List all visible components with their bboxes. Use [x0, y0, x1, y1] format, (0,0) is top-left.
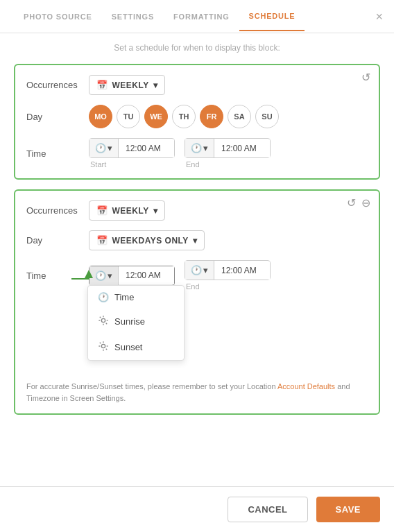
block1-occurrences-label: Occurrences: [26, 80, 89, 90]
block2-frequency-dropdown[interactable]: 📅 WEEKLY ▾: [89, 200, 165, 221]
sunrise-icon: [98, 315, 109, 328]
modal-body: Set a schedule for when to display this …: [0, 33, 394, 486]
dropdown-arrow-day: ▾: [193, 236, 198, 246]
day-mo[interactable]: MO: [89, 105, 112, 128]
block1-start-field: 🕐 ▾ 12:00 AM Start: [89, 138, 175, 169]
dropdown-item-sunrise[interactable]: Sunrise: [88, 309, 184, 334]
block1-start-time-input[interactable]: 12:00 AM: [119, 139, 174, 157]
close-button[interactable]: ×: [375, 9, 383, 24]
block2-start-time-input[interactable]: [119, 266, 174, 284]
account-defaults-link[interactable]: Account Defaults: [277, 382, 335, 391]
svg-line-10: [100, 343, 101, 343]
svg-line-4: [106, 323, 107, 324]
block1-actions: ↺: [361, 72, 370, 83]
tab-photo-source[interactable]: PHOTO SOURCE: [14, 3, 102, 31]
modal-footer: CANCEL SAVE: [0, 486, 394, 532]
clock-icon-b2: 🕐: [95, 271, 106, 281]
block2-delete-button[interactable]: ⊖: [361, 198, 370, 209]
dropdown-sunrise-label: Sunrise: [114, 316, 145, 327]
day-tu[interactable]: TU: [117, 105, 140, 128]
modal-header: PHOTO SOURCE SETTINGS FORMATTING SCHEDUL…: [0, 0, 394, 33]
block1-time-label: Time: [26, 148, 89, 159]
time-item-icon: 🕐: [98, 292, 109, 302]
clock-icon-end: 🕐: [191, 143, 202, 153]
block2-end-label: End: [185, 282, 200, 291]
block2-occurrences-label: Occurrences: [26, 205, 89, 216]
day-sa[interactable]: SA: [228, 105, 251, 128]
block2-start-picker-arrow: ▾: [108, 271, 112, 281]
block2-day-dropdown[interactable]: 📅 WEEKDAYS ONLY ▾: [89, 230, 205, 250]
svg-line-3: [100, 317, 101, 318]
day-su[interactable]: SU: [255, 105, 279, 128]
sunset-icon: [98, 341, 109, 354]
day-we[interactable]: WE: [144, 105, 168, 128]
block1-occurrences-row: Occurrences 📅 WEEKLY ▾: [26, 75, 368, 95]
calendar-icon-day: 📅: [96, 235, 108, 246]
block1-end-field: 🕐 ▾ 12:00 AM End: [185, 138, 271, 169]
dropdown-arrow-icon: ▾: [153, 80, 158, 90]
save-button[interactable]: SAVE: [316, 497, 380, 522]
calendar-icon: 📅: [96, 80, 108, 90]
tab-settings[interactable]: SETTINGS: [102, 3, 164, 31]
block2-end-picker-arrow: ▾: [203, 265, 208, 275]
block1-end-label: End: [185, 160, 200, 169]
dropdown-arrow-icon-2: ▾: [153, 206, 158, 216]
day-th[interactable]: TH: [172, 105, 196, 128]
block1-day-row: Day MO TU WE TH FR SA SU: [26, 105, 368, 128]
block2-day-value: WEEKDAYS ONLY: [112, 236, 189, 246]
block2-start-input-row: 🕐 ▾: [89, 266, 175, 286]
arrow-indicator-1: [68, 268, 96, 282]
block1-end-picker-arrow: ▾: [203, 143, 208, 153]
block2-frequency-value: WEEKLY: [112, 206, 149, 216]
cancel-button[interactable]: CANCEL: [228, 497, 307, 522]
block2-end-field: 🕐 ▾ End: [185, 260, 271, 291]
block1-day-label: Day: [26, 112, 89, 122]
block1-end-time-picker[interactable]: 🕐 ▾: [185, 139, 214, 157]
schedule-block-1: ↺ Occurrences 📅 WEEKLY ▾ Day MO TU WE TH…: [14, 64, 380, 180]
clock-icon: 🕐: [95, 143, 106, 153]
block1-frequency-dropdown[interactable]: 📅 WEEKLY ▾: [89, 75, 165, 95]
block2-occurrences-row: Occurrences 📅 WEEKLY ▾: [26, 200, 368, 221]
block1-reset-button[interactable]: ↺: [361, 72, 370, 83]
block1-end-input-row: 🕐 ▾ 12:00 AM: [185, 138, 271, 158]
tab-schedule[interactable]: SCHEDULE: [239, 2, 305, 31]
dropdown-item-time[interactable]: 🕐 Time: [88, 286, 184, 309]
block1-start-time-picker[interactable]: 🕐 ▾: [89, 139, 119, 157]
clock-icon-b2-end: 🕐: [191, 265, 202, 275]
block1-time-group: 🕐 ▾ 12:00 AM Start 🕐 ▾: [89, 138, 271, 169]
dropdown-sunset-label: Sunset: [114, 342, 142, 352]
block1-time-row: Time 🕐 ▾ 12:00 AM Start: [26, 138, 368, 169]
calendar-icon-2: 📅: [96, 205, 108, 216]
schedule-block-2: ↺ ⊖ Occurrences 📅 WEEKLY ▾ Day 📅 WEEKDAY…: [14, 189, 380, 415]
block1-day-circles: MO TU WE TH FR SA SU: [89, 105, 279, 128]
block2-end-time-input[interactable]: [214, 261, 270, 280]
modal: PHOTO SOURCE SETTINGS FORMATTING SCHEDUL…: [0, 0, 394, 532]
block2-reset-button[interactable]: ↺: [347, 198, 356, 209]
time-type-dropdown: 🕐 Time: [87, 285, 185, 361]
day-fr[interactable]: FR: [200, 105, 223, 128]
block2-day-label: Day: [26, 235, 89, 246]
dropdown-time-label: Time: [114, 292, 134, 302]
block1-frequency-value: WEEKLY: [112, 80, 149, 90]
svg-point-7: [101, 344, 105, 347]
block2-end-input-row: 🕐 ▾: [185, 260, 271, 280]
svg-point-0: [101, 318, 105, 322]
block1-end-time-input[interactable]: 12:00 AM: [214, 139, 270, 157]
block1-start-input-row: 🕐 ▾ 12:00 AM: [89, 138, 175, 158]
block1-start-label: Start: [89, 160, 106, 169]
block2-time-row: Time 🕐: [26, 260, 368, 404]
tab-formatting[interactable]: FORMATTING: [164, 3, 239, 31]
dropdown-item-sunset[interactable]: Sunset: [88, 334, 184, 360]
block2-actions: ↺ ⊖: [347, 198, 370, 209]
schedule-description: Set a schedule for when to display this …: [14, 43, 380, 53]
block1-start-picker-arrow: ▾: [108, 143, 112, 153]
block2-info-text: For accurate Sunrise/Sunset times, pleas…: [26, 381, 368, 404]
block2-end-time-picker[interactable]: 🕐 ▾: [185, 261, 214, 280]
svg-line-11: [106, 349, 107, 350]
block2-day-row: Day 📅 WEEKDAYS ONLY ▾: [26, 230, 368, 250]
